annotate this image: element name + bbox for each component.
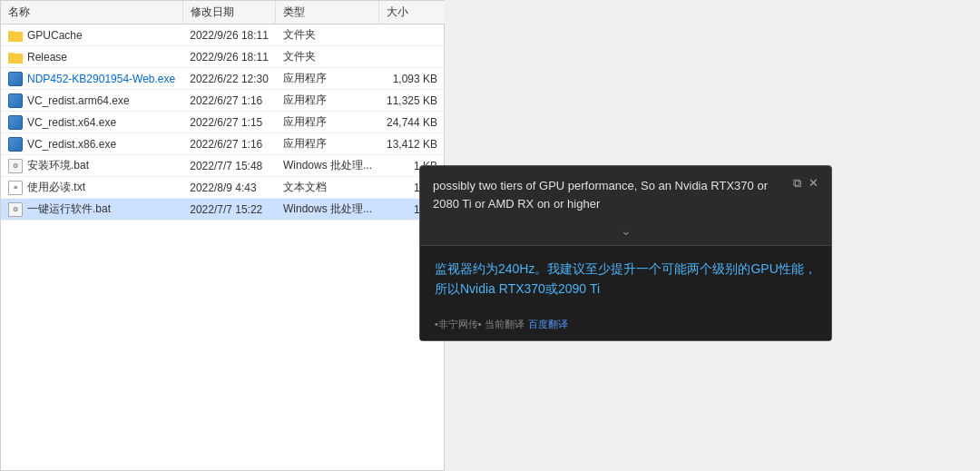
table-header-row: 名称 修改日期 类型 大小	[1, 1, 445, 25]
file-date: 2022/6/27 1:15	[182, 112, 276, 133]
file-size: 11,325 KB	[379, 90, 445, 112]
file-date: 2022/7/7 15:22	[182, 199, 276, 221]
file-size: 24,744 KB	[379, 112, 445, 133]
popup-close-button[interactable]: ✕	[808, 177, 818, 189]
file-table: 名称 修改日期 类型 大小 GPUCache2022/9/26 18:11文件夹…	[1, 1, 445, 221]
file-type: 应用程序	[276, 90, 379, 112]
popup-external-button[interactable]: ⧉	[793, 177, 801, 189]
exe-icon	[8, 137, 23, 152]
table-row[interactable]: ⚙安装环境.bat2022/7/7 15:48Windows 批处理...1 K…	[1, 155, 445, 177]
file-type: 应用程序	[276, 112, 379, 133]
file-name-label: NDP452-KB2901954-Web.exe	[27, 73, 175, 85]
file-name-cell: GPUCache	[1, 25, 182, 46]
file-type: 文件夹	[276, 46, 379, 68]
file-type: 文本文档	[276, 177, 379, 199]
exe-icon	[8, 72, 23, 86]
file-date: 2022/9/26 18:11	[182, 46, 276, 68]
file-type: 应用程序	[276, 133, 379, 155]
file-list: GPUCache2022/9/26 18:11文件夹 Release2022/9…	[1, 25, 445, 221]
bat-icon: ⚙	[8, 159, 23, 173]
table-row[interactable]: VC_redist.x64.exe2022/6/27 1:15应用程序24,74…	[1, 112, 445, 133]
file-date: 2022/9/26 18:11	[182, 25, 276, 46]
popup-controls: ⧉ ✕	[793, 177, 818, 189]
file-name-cell: VC_redist.x86.exe	[1, 133, 182, 155]
table-row[interactable]: ⚙一键运行软件.bat2022/7/7 15:22Windows 批处理...1…	[1, 199, 445, 221]
file-name-cell: ⚙安装环境.bat	[1, 155, 182, 177]
file-name-label: VC_redist.x64.exe	[27, 116, 116, 129]
translation-popup: possibly two tiers of GPU performance, S…	[419, 165, 832, 341]
file-name-label: Release	[27, 51, 67, 64]
file-type: Windows 批处理...	[276, 155, 379, 177]
svg-rect-3	[8, 32, 23, 42]
file-date: 2022/6/27 1:16	[182, 90, 276, 112]
svg-rect-7	[8, 54, 23, 64]
folder-icon	[8, 28, 23, 43]
table-row[interactable]: VC_redist.arm64.exe2022/6/27 1:16应用程序11,…	[1, 90, 445, 112]
file-date: 2022/6/27 1:16	[182, 133, 276, 155]
file-explorer: 名称 修改日期 类型 大小 GPUCache2022/9/26 18:11文件夹…	[0, 0, 445, 471]
table-row[interactable]: GPUCache2022/9/26 18:11文件夹	[1, 25, 445, 46]
file-name-cell: ≡使用必读.txt	[1, 177, 182, 199]
exe-icon	[8, 93, 23, 108]
column-header-size[interactable]: 大小	[379, 1, 445, 25]
popup-translated-section: 监视器约为240Hz。我建议至少提升一个可能两个级别的GPU性能，所以Nvidi…	[420, 245, 831, 310]
column-header-type[interactable]: 类型	[276, 1, 379, 25]
popup-footer-baidu-link[interactable]: 百度翻译	[528, 318, 568, 331]
file-size: 13,412 KB	[379, 133, 445, 155]
folder-icon	[8, 50, 23, 64]
file-name-label: 一键运行软件.bat	[27, 201, 111, 217]
popup-footer: •非宁网传• 当前翻译 百度翻译	[420, 310, 831, 340]
popup-footer-label: •非宁网传• 当前翻译	[435, 318, 524, 331]
table-row[interactable]: ≡使用必读.txt2022/8/9 4:43文本文档1 KB	[1, 177, 445, 199]
column-header-date[interactable]: 修改日期	[182, 1, 276, 25]
exe-icon	[8, 115, 23, 130]
file-date: 2022/8/9 4:43	[182, 177, 276, 199]
file-type: Windows 批处理...	[276, 199, 379, 221]
popup-expand-chevron[interactable]: ⌄	[420, 220, 831, 245]
file-type: 应用程序	[276, 68, 379, 90]
file-name-cell: NDP452-KB2901954-Web.exe	[1, 68, 182, 90]
file-name-label: VC_redist.arm64.exe	[27, 94, 130, 107]
file-date: 2022/7/7 15:48	[182, 155, 276, 177]
popup-translated-text: 监视器约为240Hz。我建议至少提升一个可能两个级别的GPU性能，所以Nvidi…	[435, 259, 817, 299]
popup-header: possibly two tiers of GPU performance, S…	[420, 166, 831, 220]
file-size	[379, 25, 445, 46]
popup-original-text: possibly two tiers of GPU performance, S…	[433, 177, 793, 212]
file-name-label: 使用必读.txt	[27, 180, 85, 195]
table-row[interactable]: VC_redist.x86.exe2022/6/27 1:16应用程序13,41…	[1, 133, 445, 155]
file-name-label: 安装环境.bat	[27, 158, 89, 173]
file-name-label: VC_redist.x86.exe	[27, 138, 116, 151]
file-type: 文件夹	[276, 25, 379, 46]
file-size	[379, 46, 445, 68]
bat-icon: ⚙	[8, 202, 23, 217]
file-size: 1,093 KB	[379, 68, 445, 90]
table-row[interactable]: Release2022/9/26 18:11文件夹	[1, 46, 445, 68]
file-name-cell: VC_redist.x64.exe	[1, 112, 182, 133]
file-date: 2022/6/22 12:30	[182, 68, 276, 90]
txt-icon: ≡	[8, 181, 23, 195]
file-name-label: GPUCache	[27, 29, 83, 42]
file-name-cell: ⚙一键运行软件.bat	[1, 199, 182, 221]
column-header-name[interactable]: 名称	[1, 1, 182, 25]
file-name-cell: Release	[1, 46, 182, 68]
file-name-cell: VC_redist.arm64.exe	[1, 90, 182, 112]
table-row[interactable]: NDP452-KB2901954-Web.exe2022/6/22 12:30应…	[1, 68, 445, 90]
